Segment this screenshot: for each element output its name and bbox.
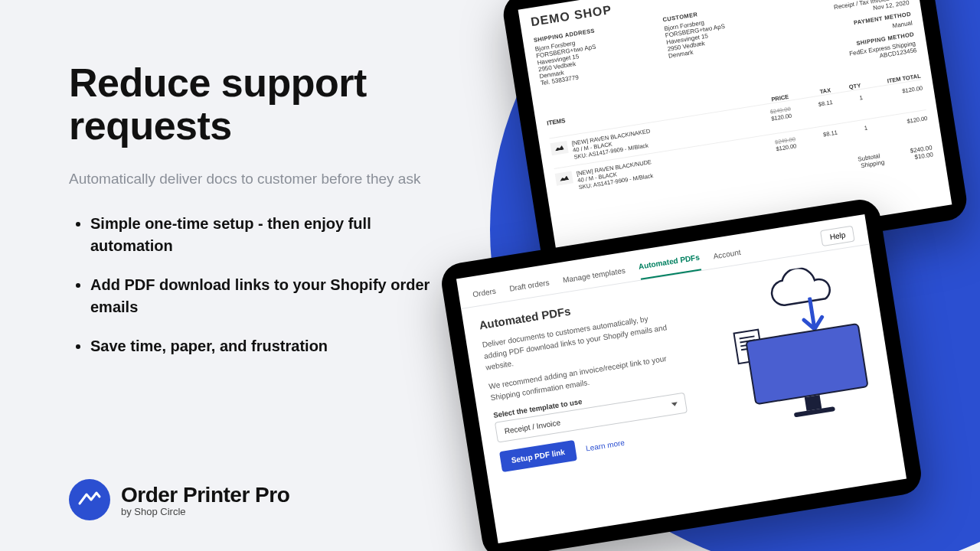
product-thumb-icon bbox=[555, 171, 573, 185]
shipping-address-block: SHIPPING ADDRESS Bjorn Forsberg FORSBERG… bbox=[533, 19, 658, 112]
bullet-item: Save time, paper, and frustration bbox=[90, 335, 436, 357]
monitor-icon bbox=[737, 321, 880, 432]
setup-pdf-link-button[interactable]: Setup PDF link bbox=[499, 440, 577, 472]
customer-block: CUSTOMER Bjorn Forsberg FORSBERG+two ApS… bbox=[662, 0, 788, 92]
product-thumb-icon bbox=[550, 141, 568, 155]
bullet-item: Add PDF download links to your Shopify o… bbox=[90, 274, 436, 318]
brand-byline: by Shop Circle bbox=[121, 506, 289, 517]
headline-line1: Reduce support bbox=[69, 60, 367, 105]
learn-more-link[interactable]: Learn more bbox=[585, 439, 625, 453]
headline: Reduce support requests bbox=[69, 61, 436, 147]
subheading: Automatically deliver docs to customer b… bbox=[69, 168, 436, 190]
marketing-copy: Reduce support requests Automatically de… bbox=[69, 61, 436, 374]
chevron-down-icon bbox=[671, 402, 678, 406]
brand-lockup: Order Printer Pro by Shop Circle bbox=[69, 479, 289, 520]
brand-name: Order Printer Pro bbox=[121, 483, 289, 507]
invoice-meta: Receipt / Tax Invoice #1788 Nov 12, 2020… bbox=[792, 0, 917, 71]
feature-bullets: Simple one-time setup - then enjoy full … bbox=[69, 213, 436, 357]
headline-line2: requests bbox=[69, 103, 232, 148]
bullet-item: Simple one-time setup - then enjoy full … bbox=[90, 213, 436, 257]
help-button[interactable]: Help bbox=[820, 226, 854, 246]
admin-illustration bbox=[684, 259, 881, 439]
brand-logo-icon bbox=[69, 479, 110, 520]
select-value: Receipt / Invoice bbox=[504, 419, 561, 435]
